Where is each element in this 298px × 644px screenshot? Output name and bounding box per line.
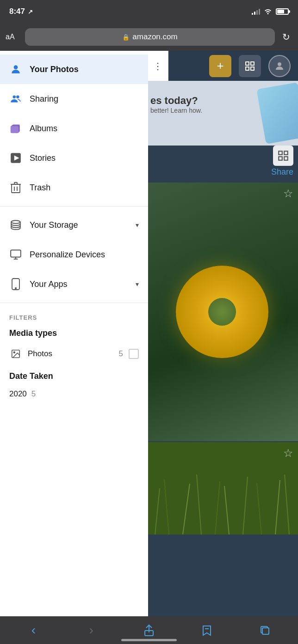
photo-flower[interactable]: ☆ xyxy=(146,182,298,441)
refresh-button[interactable]: ↻ xyxy=(279,31,292,43)
svg-rect-46 xyxy=(262,628,269,634)
share-button[interactable]: Share xyxy=(271,167,293,177)
filters-section: FILTERS Media types Photos 5 xyxy=(0,307,148,368)
apps-arrow-icon: ▾ xyxy=(136,280,139,288)
svg-rect-24 xyxy=(11,126,19,133)
url-bar[interactable]: 🔒 amazon.com xyxy=(25,28,275,46)
mobile-icon xyxy=(9,278,22,291)
personalize-devices-label: Personalize Devices xyxy=(30,250,105,260)
svg-rect-25 xyxy=(13,124,20,125)
favorite-star-icon[interactable]: ☆ xyxy=(283,187,293,200)
svg-point-4 xyxy=(278,62,281,66)
sidebar-item-your-photos[interactable]: Your Photos xyxy=(0,55,148,84)
back-icon: ‹ xyxy=(31,623,36,638)
grid-view-button[interactable] xyxy=(273,146,293,166)
svg-point-42 xyxy=(13,352,15,353)
profile-button[interactable] xyxy=(268,55,291,77)
svg-rect-36 xyxy=(11,250,21,257)
filter-photos-item[interactable]: Photos 5 xyxy=(9,344,139,364)
storage-icon xyxy=(9,219,22,231)
svg-rect-3 xyxy=(251,67,254,70)
date-taken-title: Date Taken xyxy=(9,371,139,381)
main-content: + es today? better! Learn how. xyxy=(0,51,298,616)
storage-arrow-icon: ▾ xyxy=(136,221,139,229)
your-photos-label: Your Photos xyxy=(30,65,79,74)
menu-divider-2 xyxy=(0,303,148,303)
location-arrow-icon: ↗ xyxy=(28,8,33,15)
svg-rect-1 xyxy=(251,62,254,65)
date-item-2020[interactable]: 2020 5 xyxy=(9,387,139,401)
browser-bar: aA 🔒 amazon.com ↻ xyxy=(0,23,298,51)
sidebar-item-personalize-devices[interactable]: Personalize Devices xyxy=(0,240,148,269)
battery-icon xyxy=(276,8,289,15)
promo-text: es today? better! Learn how. xyxy=(150,95,202,114)
svg-point-22 xyxy=(16,95,19,98)
promo-subtext: better! Learn how. xyxy=(150,107,202,114)
svg-point-40 xyxy=(15,288,16,289)
photo-grass[interactable]: ☆ xyxy=(146,442,298,535)
photos-filter-count: 5 xyxy=(119,349,123,358)
svg-rect-5 xyxy=(279,151,282,155)
signal-icon xyxy=(252,8,260,15)
sidebar-item-your-storage[interactable]: Your Storage ▾ xyxy=(0,210,148,240)
promo-headline: es today? xyxy=(150,95,202,107)
people-icon xyxy=(9,92,22,105)
svg-rect-7 xyxy=(279,157,282,160)
home-indicator xyxy=(121,639,177,641)
lock-icon: 🔒 xyxy=(122,34,130,41)
date-taken-section: Date Taken 2020 5 xyxy=(0,368,148,409)
album-icon xyxy=(9,122,22,135)
dots-icon: ⋮ xyxy=(153,61,163,71)
trash-label: Trash xyxy=(30,183,50,193)
favorite-star-icon-2[interactable]: ☆ xyxy=(283,447,293,460)
photo-filter-icon xyxy=(9,347,22,360)
sharing-label: Sharing xyxy=(30,94,58,104)
svg-point-21 xyxy=(13,95,16,98)
svg-rect-0 xyxy=(246,62,249,65)
status-bar: 8:47 ↗ xyxy=(0,0,298,23)
photos-filter-checkbox[interactable] xyxy=(129,349,139,359)
three-dots-menu-button[interactable]: ⋮ xyxy=(148,51,168,81)
your-storage-label: Your Storage xyxy=(30,220,78,230)
sidebar-item-trash[interactable]: Trash xyxy=(0,173,148,202)
photos-filter-label: Photos xyxy=(28,349,111,358)
svg-point-20 xyxy=(14,65,18,69)
url-text: amazon.com xyxy=(132,32,177,42)
sidebar-item-sharing[interactable]: Sharing xyxy=(0,84,148,114)
sidebar-nav: Your Photos Sharing xyxy=(0,51,148,409)
sidebar-item-your-apps[interactable]: Your Apps ▾ xyxy=(0,269,148,299)
date-count-label: 5 xyxy=(31,389,36,399)
filters-title: FILTERS xyxy=(9,314,139,321)
sidebar-item-albums[interactable]: Albums xyxy=(0,114,148,143)
svg-rect-2 xyxy=(246,67,249,70)
photo-grid-button[interactable] xyxy=(239,55,261,77)
sidebar-item-stories[interactable]: Stories xyxy=(0,143,148,173)
promo-image xyxy=(256,82,298,144)
bookmarks-button[interactable] xyxy=(193,620,221,640)
svg-rect-28 xyxy=(12,184,20,193)
back-button[interactable]: ‹ xyxy=(19,620,47,640)
svg-point-35 xyxy=(11,220,20,224)
browser-bottom-bar: ‹ › xyxy=(0,616,298,644)
tabs-button[interactable] xyxy=(251,620,279,640)
add-photo-button[interactable]: + xyxy=(209,55,231,77)
status-time: 8:47 ↗ xyxy=(9,7,33,16)
svg-rect-8 xyxy=(284,157,288,160)
monitor-icon xyxy=(9,248,22,261)
forward-button[interactable]: › xyxy=(77,620,105,640)
play-icon xyxy=(9,152,22,164)
sidebar-menu: Your Photos Sharing xyxy=(0,51,148,616)
person-icon xyxy=(9,63,22,76)
menu-divider-1 xyxy=(0,206,148,207)
flower-image xyxy=(176,266,268,358)
forward-icon: › xyxy=(89,623,93,638)
trash-icon xyxy=(9,181,22,194)
promo-banner: es today? better! Learn how. xyxy=(146,81,298,146)
albums-label: Albums xyxy=(30,124,57,134)
status-icons xyxy=(252,8,289,16)
browser-aa-button[interactable]: aA xyxy=(6,33,20,41)
share-bottom-button[interactable] xyxy=(135,620,163,640)
stories-label: Stories xyxy=(30,153,56,163)
date-year-label: 2020 xyxy=(9,389,27,399)
grass-image xyxy=(146,442,298,535)
